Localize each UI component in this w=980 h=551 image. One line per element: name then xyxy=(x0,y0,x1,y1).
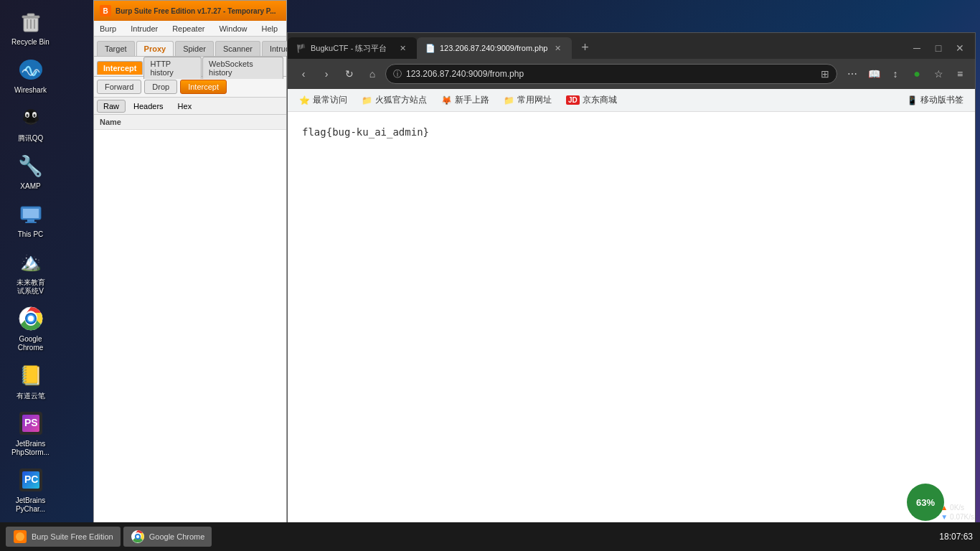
chrome-forward-btn[interactable]: › xyxy=(316,64,336,84)
svg-rect-2 xyxy=(27,14,34,17)
burp-drop-btn[interactable]: Drop xyxy=(144,80,177,94)
weilai-label: 未来教育试系统V xyxy=(17,278,45,296)
bookmark-mobile[interactable]: 📱 移动版书签 xyxy=(901,92,969,108)
svg-rect-17 xyxy=(27,220,34,222)
xamp-icon[interactable]: 🔧 XAMP xyxy=(4,148,57,194)
burp-content-tab-raw[interactable]: Raw xyxy=(97,100,126,113)
bookmark-beginner[interactable]: 🦊 新手上路 xyxy=(435,92,495,108)
chrome-home-btn[interactable]: ⌂ xyxy=(362,64,382,84)
tab-favicon-fromphp: 📄 xyxy=(425,44,435,53)
net-monitor-widget[interactable]: 63% xyxy=(907,484,944,521)
svg-text:PC: PC xyxy=(24,474,38,485)
burp-content-tabs: Raw Headers Hex xyxy=(94,98,286,115)
taskbar-burp[interactable]: Burp Suite Free Edition xyxy=(6,527,121,547)
burp-subtab-intercept[interactable]: Intercept xyxy=(97,61,143,75)
chrome-window: 🏴 BugkuCTF - 练习平台 ✕ 📄 123.206.87.240:900… xyxy=(287,32,976,542)
bookmark-firefox[interactable]: 📁 火狐官方站点 xyxy=(356,92,433,108)
chrome-page-content: flag{bug-ku_ai_admin} xyxy=(288,112,975,541)
bookmark-most-visited[interactable]: ⭐ 最常访问 xyxy=(293,92,353,108)
chrome-tab-bugku-label: BugkuCTF - 练习平台 xyxy=(311,43,387,54)
chrome-extensions-btn[interactable]: ≡ xyxy=(951,65,969,83)
taskbar-icons: Burp Suite Free Edition Google Chrome xyxy=(0,527,217,547)
burp-subtab-websockets[interactable]: WebSockets history xyxy=(202,57,283,79)
qq-label: 腾讯QQ xyxy=(18,134,44,143)
burp-main-tabs: Target Proxy Spider Scanner Intruder xyxy=(94,37,286,57)
chrome-window-controls: ─ □ ✕ xyxy=(908,39,975,57)
net-upload-stat: ▲ 0K/s xyxy=(941,504,974,512)
download-arrow-icon: ▼ xyxy=(941,513,948,521)
bookmark-label-1: 最常访问 xyxy=(313,94,347,106)
chrome-sync-btn[interactable]: ↕ xyxy=(886,65,905,83)
recycle-bin-icon[interactable]: Recycle Bin xyxy=(4,4,57,50)
burp-subtab-http-history[interactable]: HTTP history xyxy=(143,57,202,79)
burp-action-row: Forward Drop Intercept xyxy=(94,77,286,98)
bookmark-icon-4: 📁 xyxy=(504,95,514,105)
bookmark-icon-2: 📁 xyxy=(362,95,372,105)
burp-name-header: Name xyxy=(94,115,286,130)
svg-point-40 xyxy=(136,535,139,538)
tab-favicon-bugku: 🏴 xyxy=(296,44,306,53)
chrome-menu-btn[interactable]: ⋯ xyxy=(843,65,862,83)
qq-icon[interactable]: 腾讯QQ xyxy=(4,100,57,146)
burp-menu-help[interactable]: Help xyxy=(259,23,281,34)
xamp-label: XAMP xyxy=(20,182,40,191)
svg-point-11 xyxy=(26,114,28,117)
chrome-account-btn[interactable]: ● xyxy=(908,65,926,83)
youdao-icon[interactable]: 📒 有道云笔 xyxy=(4,357,57,404)
bookmark-jd[interactable]: JD 京东商城 xyxy=(560,92,623,108)
chrome-bookmark-btn[interactable]: ☆ xyxy=(929,65,948,83)
burp-tab-target[interactable]: Target xyxy=(97,41,135,56)
chrome-close-btn[interactable]: ✕ xyxy=(951,39,969,57)
weilai-icon[interactable]: 🏔️ 未来教育试系统V xyxy=(4,244,57,299)
chrome-tab-fromphp-close[interactable]: ✕ xyxy=(552,42,563,54)
phpstorm-icon[interactable]: PS JetBrains PhpStorm... xyxy=(4,405,57,461)
chrome-titlebar: 🏴 BugkuCTF - 练习平台 ✕ 📄 123.206.87.240:900… xyxy=(288,33,975,59)
chrome-url-text: 123.206.87.240:9009/from.php xyxy=(406,69,816,79)
chrome-refresh-btn[interactable]: ↻ xyxy=(339,64,359,84)
burp-body xyxy=(94,130,286,530)
burp-menu-burp[interactable]: Burp xyxy=(97,23,119,34)
burp-menu-intruder[interactable]: Intruder xyxy=(128,23,161,34)
burp-menu-window[interactable]: Window xyxy=(216,23,250,34)
net-stats-widget: ▲ 0K/s ▼ 0.07K/s xyxy=(941,504,974,521)
youdao-label: 有道云笔 xyxy=(17,392,45,400)
chrome-minimize-btn[interactable]: ─ xyxy=(908,39,926,57)
burp-title: Burp Suite Free Edition v1.7.27 - Tempor… xyxy=(116,7,276,15)
chrome-toolbar: ⋯ 📖 ↕ ● ☆ ≡ xyxy=(843,65,969,83)
svg-rect-16 xyxy=(23,209,39,218)
pycharm-icon[interactable]: PC JetBrains PyChar... xyxy=(4,462,57,517)
this-pc-icon[interactable]: This PC xyxy=(4,196,57,242)
chrome-maximize-btn[interactable]: □ xyxy=(929,39,948,57)
bookmark-label-4: 常用网址 xyxy=(517,94,552,106)
burp-titlebar: B Burp Suite Free Edition v1.7.27 - Temp… xyxy=(94,1,286,21)
bookmark-label-6: 移动版书签 xyxy=(920,94,963,106)
chrome-url-bar-row: ‹ › ↻ ⌂ ⓘ 123.206.87.240:9009/from.php ⊞… xyxy=(288,59,975,89)
chrome-tab-bugku[interactable]: 🏴 BugkuCTF - 练习平台 ✕ xyxy=(288,37,417,59)
chrome-tab-from-php[interactable]: 📄 123.206.87.240:9009/from.php ✕ xyxy=(417,37,572,59)
chrome-tab-bugku-close[interactable]: ✕ xyxy=(397,42,408,54)
wireshark-label: Wireshark xyxy=(14,86,47,95)
chrome-url-bar[interactable]: ⓘ 123.206.87.240:9009/from.php ⊞ xyxy=(385,64,837,84)
chrome-reader-btn[interactable]: 📖 xyxy=(864,65,883,83)
phpstorm-label: JetBrains PhpStorm... xyxy=(7,440,54,457)
taskbar-chrome[interactable]: Google Chrome xyxy=(123,527,212,547)
svg-text:PS: PS xyxy=(24,417,38,428)
bookmark-common-urls[interactable]: 📁 常用网址 xyxy=(498,92,557,108)
burp-tab-scanner[interactable]: Scanner xyxy=(215,41,260,56)
burp-tab-proxy[interactable]: Proxy xyxy=(136,41,174,56)
chrome-back-btn[interactable]: ‹ xyxy=(293,64,314,84)
taskbar-chrome-label: Google Chrome xyxy=(149,532,205,541)
net-download-stat: ▼ 0.07K/s xyxy=(941,513,974,521)
burp-intercept-btn[interactable]: Intercept xyxy=(180,80,227,94)
wireshark-icon[interactable]: Wireshark xyxy=(4,52,57,98)
chrome-desktop-icon[interactable]: Google Chrome xyxy=(4,301,57,356)
burp-forward-btn[interactable]: Forward xyxy=(97,80,141,94)
bookmark-icon-1: ⭐ xyxy=(299,95,310,105)
svg-point-36 xyxy=(16,532,24,541)
burp-content-tab-headers[interactable]: Headers xyxy=(127,100,170,113)
chrome-new-tab-btn[interactable]: + xyxy=(575,37,595,57)
burp-tab-spider[interactable]: Spider xyxy=(175,41,214,56)
burp-content-tab-hex[interactable]: Hex xyxy=(171,100,199,113)
svg-point-13 xyxy=(23,117,27,121)
burp-menu-repeater[interactable]: Repeater xyxy=(169,23,207,34)
